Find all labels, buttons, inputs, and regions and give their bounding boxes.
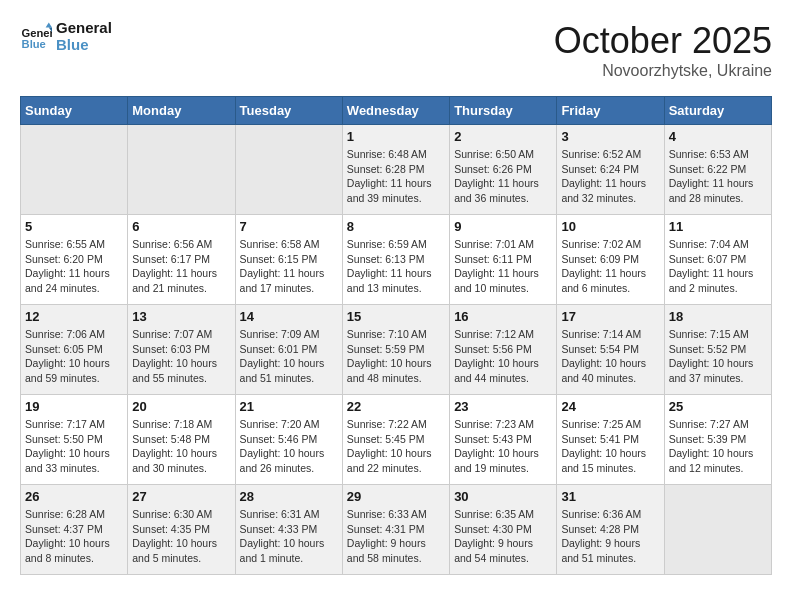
calendar-table: SundayMondayTuesdayWednesdayThursdayFrid… (20, 96, 772, 575)
day-number: 6 (132, 219, 230, 234)
day-info: Sunrise: 7:01 AM Sunset: 6:11 PM Dayligh… (454, 237, 552, 296)
day-number: 30 (454, 489, 552, 504)
day-number: 16 (454, 309, 552, 324)
day-info: Sunrise: 7:27 AM Sunset: 5:39 PM Dayligh… (669, 417, 767, 476)
calendar-day-cell: 20Sunrise: 7:18 AM Sunset: 5:48 PM Dayli… (128, 395, 235, 485)
calendar-day-cell: 8Sunrise: 6:59 AM Sunset: 6:13 PM Daylig… (342, 215, 449, 305)
weekday-header: Saturday (664, 97, 771, 125)
location-subtitle: Novoorzhytske, Ukraine (554, 62, 772, 80)
day-info: Sunrise: 6:31 AM Sunset: 4:33 PM Dayligh… (240, 507, 338, 566)
day-info: Sunrise: 6:52 AM Sunset: 6:24 PM Dayligh… (561, 147, 659, 206)
day-number: 7 (240, 219, 338, 234)
calendar-day-cell: 17Sunrise: 7:14 AM Sunset: 5:54 PM Dayli… (557, 305, 664, 395)
month-title: October 2025 (554, 20, 772, 62)
day-info: Sunrise: 7:17 AM Sunset: 5:50 PM Dayligh… (25, 417, 123, 476)
day-info: Sunrise: 7:10 AM Sunset: 5:59 PM Dayligh… (347, 327, 445, 386)
day-info: Sunrise: 6:35 AM Sunset: 4:30 PM Dayligh… (454, 507, 552, 566)
day-info: Sunrise: 7:25 AM Sunset: 5:41 PM Dayligh… (561, 417, 659, 476)
logo-line2: Blue (56, 37, 112, 54)
day-number: 31 (561, 489, 659, 504)
calendar-day-cell: 7Sunrise: 6:58 AM Sunset: 6:15 PM Daylig… (235, 215, 342, 305)
weekday-header: Tuesday (235, 97, 342, 125)
logo-icon: General Blue (20, 21, 52, 53)
day-number: 26 (25, 489, 123, 504)
day-info: Sunrise: 6:59 AM Sunset: 6:13 PM Dayligh… (347, 237, 445, 296)
weekday-header: Friday (557, 97, 664, 125)
day-number: 14 (240, 309, 338, 324)
calendar-day-cell: 24Sunrise: 7:25 AM Sunset: 5:41 PM Dayli… (557, 395, 664, 485)
day-info: Sunrise: 6:55 AM Sunset: 6:20 PM Dayligh… (25, 237, 123, 296)
weekday-header-row: SundayMondayTuesdayWednesdayThursdayFrid… (21, 97, 772, 125)
calendar-day-cell: 30Sunrise: 6:35 AM Sunset: 4:30 PM Dayli… (450, 485, 557, 575)
weekday-header: Thursday (450, 97, 557, 125)
day-info: Sunrise: 7:23 AM Sunset: 5:43 PM Dayligh… (454, 417, 552, 476)
day-info: Sunrise: 7:18 AM Sunset: 5:48 PM Dayligh… (132, 417, 230, 476)
day-number: 4 (669, 129, 767, 144)
calendar-day-cell (664, 485, 771, 575)
calendar-day-cell: 15Sunrise: 7:10 AM Sunset: 5:59 PM Dayli… (342, 305, 449, 395)
calendar-day-cell: 26Sunrise: 6:28 AM Sunset: 4:37 PM Dayli… (21, 485, 128, 575)
calendar-day-cell: 28Sunrise: 6:31 AM Sunset: 4:33 PM Dayli… (235, 485, 342, 575)
day-info: Sunrise: 6:30 AM Sunset: 4:35 PM Dayligh… (132, 507, 230, 566)
calendar-week-row: 19Sunrise: 7:17 AM Sunset: 5:50 PM Dayli… (21, 395, 772, 485)
page-header: General Blue General Blue October 2025 N… (20, 20, 772, 80)
svg-marker-2 (46, 22, 52, 27)
calendar-day-cell: 12Sunrise: 7:06 AM Sunset: 6:05 PM Dayli… (21, 305, 128, 395)
title-block: October 2025 Novoorzhytske, Ukraine (554, 20, 772, 80)
weekday-header: Wednesday (342, 97, 449, 125)
calendar-day-cell: 27Sunrise: 6:30 AM Sunset: 4:35 PM Dayli… (128, 485, 235, 575)
logo-line1: General (56, 20, 112, 37)
day-info: Sunrise: 6:48 AM Sunset: 6:28 PM Dayligh… (347, 147, 445, 206)
calendar-week-row: 5Sunrise: 6:55 AM Sunset: 6:20 PM Daylig… (21, 215, 772, 305)
calendar-day-cell: 21Sunrise: 7:20 AM Sunset: 5:46 PM Dayli… (235, 395, 342, 485)
day-info: Sunrise: 7:09 AM Sunset: 6:01 PM Dayligh… (240, 327, 338, 386)
calendar-day-cell: 22Sunrise: 7:22 AM Sunset: 5:45 PM Dayli… (342, 395, 449, 485)
calendar-day-cell: 14Sunrise: 7:09 AM Sunset: 6:01 PM Dayli… (235, 305, 342, 395)
day-number: 9 (454, 219, 552, 234)
day-info: Sunrise: 6:28 AM Sunset: 4:37 PM Dayligh… (25, 507, 123, 566)
day-number: 28 (240, 489, 338, 504)
day-number: 2 (454, 129, 552, 144)
day-info: Sunrise: 6:53 AM Sunset: 6:22 PM Dayligh… (669, 147, 767, 206)
day-number: 8 (347, 219, 445, 234)
calendar-day-cell: 18Sunrise: 7:15 AM Sunset: 5:52 PM Dayli… (664, 305, 771, 395)
calendar-day-cell (128, 125, 235, 215)
weekday-header: Sunday (21, 97, 128, 125)
day-info: Sunrise: 7:12 AM Sunset: 5:56 PM Dayligh… (454, 327, 552, 386)
calendar-day-cell: 6Sunrise: 6:56 AM Sunset: 6:17 PM Daylig… (128, 215, 235, 305)
calendar-day-cell: 11Sunrise: 7:04 AM Sunset: 6:07 PM Dayli… (664, 215, 771, 305)
day-info: Sunrise: 6:56 AM Sunset: 6:17 PM Dayligh… (132, 237, 230, 296)
calendar-day-cell: 31Sunrise: 6:36 AM Sunset: 4:28 PM Dayli… (557, 485, 664, 575)
day-info: Sunrise: 6:33 AM Sunset: 4:31 PM Dayligh… (347, 507, 445, 566)
day-info: Sunrise: 7:20 AM Sunset: 5:46 PM Dayligh… (240, 417, 338, 476)
day-number: 19 (25, 399, 123, 414)
day-number: 5 (25, 219, 123, 234)
day-number: 13 (132, 309, 230, 324)
calendar-week-row: 1Sunrise: 6:48 AM Sunset: 6:28 PM Daylig… (21, 125, 772, 215)
day-number: 23 (454, 399, 552, 414)
day-number: 12 (25, 309, 123, 324)
calendar-day-cell: 1Sunrise: 6:48 AM Sunset: 6:28 PM Daylig… (342, 125, 449, 215)
day-number: 27 (132, 489, 230, 504)
svg-text:Blue: Blue (22, 38, 46, 50)
svg-text:General: General (22, 27, 52, 39)
day-info: Sunrise: 7:06 AM Sunset: 6:05 PM Dayligh… (25, 327, 123, 386)
calendar-day-cell: 13Sunrise: 7:07 AM Sunset: 6:03 PM Dayli… (128, 305, 235, 395)
day-number: 15 (347, 309, 445, 324)
day-info: Sunrise: 7:22 AM Sunset: 5:45 PM Dayligh… (347, 417, 445, 476)
calendar-day-cell: 5Sunrise: 6:55 AM Sunset: 6:20 PM Daylig… (21, 215, 128, 305)
calendar-day-cell: 23Sunrise: 7:23 AM Sunset: 5:43 PM Dayli… (450, 395, 557, 485)
calendar-day-cell: 9Sunrise: 7:01 AM Sunset: 6:11 PM Daylig… (450, 215, 557, 305)
day-number: 25 (669, 399, 767, 414)
day-number: 24 (561, 399, 659, 414)
calendar-day-cell: 16Sunrise: 7:12 AM Sunset: 5:56 PM Dayli… (450, 305, 557, 395)
weekday-header: Monday (128, 97, 235, 125)
day-number: 10 (561, 219, 659, 234)
calendar-week-row: 12Sunrise: 7:06 AM Sunset: 6:05 PM Dayli… (21, 305, 772, 395)
calendar-day-cell: 10Sunrise: 7:02 AM Sunset: 6:09 PM Dayli… (557, 215, 664, 305)
day-info: Sunrise: 7:04 AM Sunset: 6:07 PM Dayligh… (669, 237, 767, 296)
logo: General Blue General Blue (20, 20, 112, 53)
day-number: 21 (240, 399, 338, 414)
day-number: 11 (669, 219, 767, 234)
calendar-day-cell: 29Sunrise: 6:33 AM Sunset: 4:31 PM Dayli… (342, 485, 449, 575)
